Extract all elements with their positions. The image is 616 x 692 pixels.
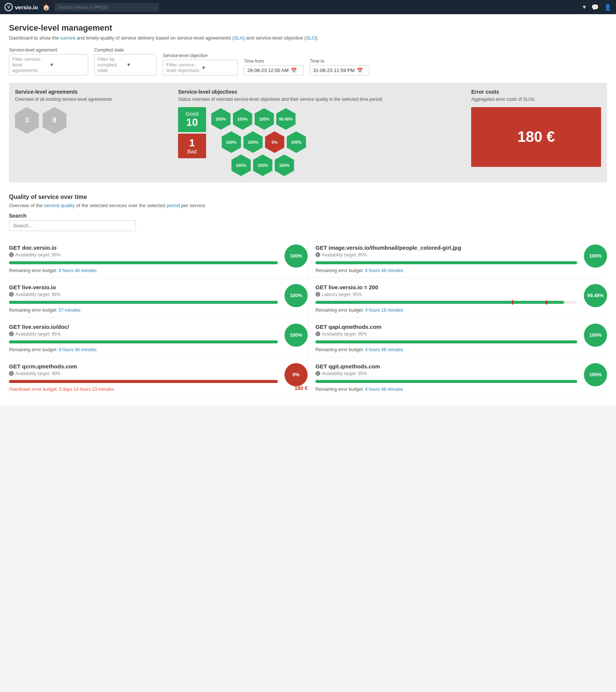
info-icon: i [315, 331, 320, 336]
service-target: i Availability target: 99% [9, 292, 278, 297]
info-icon: i [9, 252, 14, 257]
service-target: i Latency target: 95% [315, 292, 577, 297]
target-text: Availability target: 90% [15, 371, 60, 376]
service-name: GET qapi.qmethods.com [315, 324, 577, 330]
slo-dropdown-arrow: ▼ [201, 65, 235, 71]
time-from-label: Time from [244, 59, 304, 64]
budget-highlight[interactable]: 4 hours 48 minutes [59, 268, 97, 273]
budget-highlight[interactable]: 4 hours 48 minutes [365, 387, 403, 392]
time-from-picker[interactable]: 28-08-23 12:00 AM 📅 [244, 65, 304, 75]
home-icon[interactable]: 🏠 [43, 4, 50, 11]
progress-bar-fill [315, 301, 564, 304]
heart-icon[interactable]: ♥ [583, 4, 587, 10]
service-badge: 100% [284, 324, 308, 347]
slo-hex-7: 0% [265, 131, 284, 153]
nav-icons: ♥ 💬 👤 [583, 4, 612, 11]
service-name: GET live.versio.io/doc/ [9, 324, 278, 330]
sla-link[interactable]: SLA [234, 35, 243, 41]
progress-bar-fill [9, 301, 278, 304]
info-icon: i [9, 331, 14, 336]
progress-bar [315, 380, 577, 383]
user-icon[interactable]: 👤 [604, 4, 612, 11]
info-icon: i [315, 371, 320, 376]
service-item: GET live.versio.io = 200 i Latency targe… [308, 278, 607, 318]
slo-link[interactable]: SLO [306, 35, 316, 41]
sla-filter-label: Service-level agreement [9, 47, 88, 53]
progress-bar [315, 301, 577, 304]
slo-good-block: Good 10 [178, 107, 206, 132]
info-icon: i [9, 292, 14, 297]
time-to-label: Time to [309, 59, 369, 64]
slo-hex-10: 100% [253, 155, 273, 176]
budget-highlight[interactable]: 4 hours 48 minutes [365, 347, 403, 352]
complied-filter-label: Complied state [94, 47, 157, 53]
slo-good-bad-blocks: Good 10 1 Bad [178, 107, 206, 159]
logo[interactable]: V versio.io [4, 3, 38, 11]
sla-filter-group: Service-level agreement Filter service-l… [9, 47, 88, 75]
time-to-value: 31-08-23 11:59 PM [313, 68, 354, 73]
slo-filter-group: Service-level objective Filter service-l… [163, 53, 238, 75]
budget-text: Remaining error budget: 57 minutes [9, 308, 278, 313]
sla-dropdown-arrow: ▼ [49, 62, 85, 68]
progress-bar [315, 261, 577, 264]
summary-panel: Service-level agreements Overview of all… [9, 83, 607, 183]
chat-icon[interactable]: 💬 [591, 4, 599, 11]
progress-dot [546, 300, 547, 305]
nav-search-input[interactable] [55, 3, 159, 12]
budget-highlight[interactable]: 3 days 14 hours 23 minutes [59, 387, 114, 392]
complied-filter-select[interactable]: Filter by complied state ▼ [94, 54, 157, 75]
progress-bar [315, 340, 577, 343]
service-target: i Availability target: 95% [315, 252, 577, 258]
info-icon: i [315, 292, 320, 297]
nav-search-container [55, 3, 159, 12]
slo-filter-select[interactable]: Filter service-level objectives ▼ [163, 60, 238, 75]
budget-text: Remaining error budget: 4 hours 18 minut… [315, 308, 577, 313]
period-link[interactable]: period [167, 203, 180, 208]
service-badge: 100% [284, 284, 308, 307]
search-label: Search [9, 213, 607, 219]
slo-hex-8: 100% [287, 131, 306, 153]
error-cost-section: Error costs Aggregated error costs of SL… [471, 89, 601, 177]
slo-hex-row-1: 100% 100% 100% 99.48% [211, 108, 307, 130]
target-text: Availability target: 95% [322, 371, 367, 376]
calendar-from-icon: 📅 [291, 68, 297, 73]
time-to-picker[interactable]: 31-08-23 11:59 PM 📅 [309, 65, 369, 75]
budget-text: Remaining error budget: 4 hours 48 minut… [315, 268, 577, 273]
sla-hex-container: 3 8 [15, 107, 171, 134]
service-name: GET qgit.qmethods.com [315, 363, 577, 370]
complied-filter-group: Complied state Filter by complied state … [94, 47, 157, 75]
slo-hex-2: 100% [233, 108, 252, 130]
progress-bar [9, 380, 278, 383]
budget-highlight[interactable]: 4 hours 18 minutes [365, 308, 403, 313]
page-title: Service-level management [9, 23, 607, 33]
slo-filter-value: Filter service-level objectives [166, 62, 200, 73]
progress-bar [9, 261, 278, 264]
progress-bar-fill [315, 261, 577, 264]
target-text: Availability target: 99% [15, 292, 60, 297]
budget-highlight[interactable]: 57 minutes [59, 308, 81, 313]
slo-summary-desc: Status overview of selected service-leve… [178, 96, 464, 103]
service-item: GET doc.versio.io i Availability target:… [9, 239, 308, 278]
current-link[interactable]: current [60, 35, 75, 41]
service-quality-link[interactable]: service quality [44, 203, 75, 208]
budget-text: Remaining error budget: 4 hours 48 minut… [315, 347, 577, 352]
complied-filter-value: Filter by complied state [97, 56, 125, 73]
budget-text: Remaining error budget: 4 hours 48 minut… [9, 347, 278, 352]
sla-filter-select[interactable]: Filter service-level agreements ▼ [9, 54, 88, 75]
service-name: GET image.versio.io/thumbnail/people_col… [315, 244, 577, 251]
error-cost-title: Error costs [471, 89, 601, 95]
quality-title: Quality of service over time [9, 194, 607, 200]
service-item: GET live.versio.io i Availability target… [9, 278, 308, 318]
service-item: GET qapi.qmethods.com i Availability tar… [308, 318, 607, 357]
service-name: GET live.versio.io [9, 284, 278, 290]
search-input[interactable] [9, 220, 136, 231]
slo-hex-1: 100% [211, 108, 231, 130]
budget-highlight[interactable]: 4 hours 48 minutes [365, 268, 403, 273]
slo-filter-label: Service-level objective [163, 53, 238, 58]
main-content: Service-level management Dashboard to sh… [0, 14, 616, 406]
budget-text: Remaining error budget: 4 hours 48 minut… [315, 387, 577, 392]
slo-summary-section: Service-level objectives Status overview… [178, 89, 464, 177]
service-badge: 100% [584, 244, 607, 268]
budget-highlight[interactable]: 4 hours 48 minutes [59, 347, 97, 352]
service-name: GET live.versio.io = 200 [315, 284, 577, 290]
